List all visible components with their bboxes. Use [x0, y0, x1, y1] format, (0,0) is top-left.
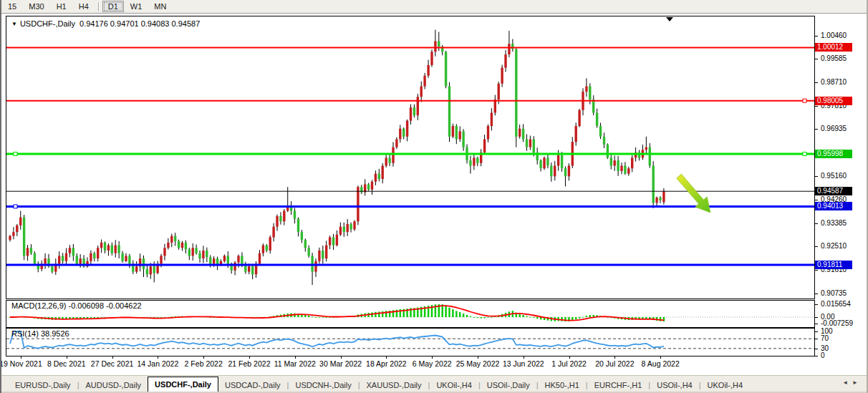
date-label: 19 Nov 2021: [0, 359, 42, 368]
date-label: 21 Feb 2022: [228, 359, 271, 368]
tab-eurchf-h1[interactable]: EURCHF-,H1: [588, 379, 649, 392]
timeframe-button-w1[interactable]: W1: [125, 1, 148, 12]
date-label: 2 Feb 2022: [185, 359, 223, 368]
chart-symbol-label: USDCHF-,Daily: [20, 19, 75, 28]
rsi-label: 0: [821, 351, 825, 359]
macd-label: 0.015654: [821, 300, 851, 308]
macd-tick: [815, 317, 818, 318]
price-tick: [815, 129, 818, 130]
price-tick: [815, 106, 818, 107]
price-level-chip: 0.94587: [815, 187, 852, 195]
date-tick: [614, 356, 615, 359]
timeframe-button-m30[interactable]: M30: [23, 1, 49, 12]
rsi-tick: [815, 349, 818, 349]
price-tick: [815, 176, 818, 177]
date-label: 20 Jul 2022: [595, 359, 634, 368]
date-tick: [249, 356, 250, 359]
price-tick: [815, 223, 818, 224]
tab-hk50-h1[interactable]: HK50-,H1: [539, 379, 586, 392]
dropdown-triangle-icon[interactable]: ▼: [11, 21, 17, 27]
price-level-chip: 1.00012: [815, 43, 852, 52]
toolbar-divider: [98, 2, 100, 11]
date-label: 25 May 2022: [456, 359, 500, 368]
tab-audusd-daily[interactable]: AUDUSD-,Daily: [79, 379, 148, 392]
rsi-tick: [815, 356, 818, 356]
rsi-indicator-label: RSI(14) 38.9526: [11, 329, 69, 338]
price-label: 0.99585: [821, 54, 847, 62]
price-label: 1.00460: [821, 31, 847, 39]
price-tick: [815, 36, 818, 37]
date-label: 30 Mar 2022: [319, 359, 362, 368]
macd-label: -0.007259: [821, 319, 853, 327]
date-axis[interactable]: 19 Nov 20218 Dec 202127 Dec 202114 Jan 2…: [6, 356, 815, 374]
date-tick: [341, 356, 342, 359]
date-tick: [569, 356, 570, 359]
price-label: 0.98710: [821, 78, 847, 86]
price-tick: [815, 200, 818, 200]
date-label: 6 May 2022: [413, 359, 452, 368]
timeframe-button-d1[interactable]: D1: [102, 1, 124, 12]
tab-scroll-arrows: ◄►: [842, 379, 862, 386]
tab-eurusd-daily[interactable]: EURUSD-,Daily: [9, 379, 77, 392]
macd-tick: [815, 324, 818, 324]
price-label: 0.96935: [821, 125, 847, 132]
tab-scroll-left-icon[interactable]: ◄: [842, 379, 852, 386]
tab-ukoil-h4[interactable]: UKOil-,H4: [430, 379, 478, 392]
date-tick: [432, 356, 433, 359]
date-label: 14 Jan 2022: [137, 359, 178, 368]
date-tick: [158, 356, 158, 359]
date-tick: [112, 356, 113, 359]
chart-tab-bar: EURUSD-,Daily|AUDUSD-,DailyUSDCHF-,Daily…: [1, 375, 867, 392]
date-tick: [295, 356, 296, 359]
price-level-chip: 0.98005: [815, 97, 852, 105]
timeframe-button-mn[interactable]: MN: [148, 1, 172, 12]
tab-usdcnh-daily[interactable]: USDCNH-,Daily: [289, 379, 357, 392]
price-level-chip: 0.91811: [815, 261, 852, 269]
tab-usoil-daily[interactable]: USOil-,Daily: [481, 379, 536, 392]
price-tick: [815, 246, 818, 247]
date-label: 11 Mar 2022: [274, 359, 316, 368]
date-tick: [203, 356, 204, 359]
macd-indicator-label: MACD(12,26,9) -0.006098 -0.004622: [11, 301, 142, 310]
price-label: 0.90735: [821, 289, 847, 297]
tab-usoil-h4[interactable]: USOil-,H4: [650, 379, 699, 392]
date-label: 13 Jun 2022: [503, 359, 544, 368]
date-tick: [21, 356, 21, 359]
timeframe-button-15[interactable]: 15: [2, 1, 22, 12]
date-label: 8 Dec 2021: [47, 359, 86, 368]
tab-scroll-right-icon[interactable]: ►: [852, 379, 862, 386]
price-chart-panel[interactable]: [6, 16, 815, 299]
mt4-window: 15M30H1H4D1W1MN ▼USDCHF-,Daily 0.94176 0…: [0, 0, 868, 393]
price-level-chip: 0.94013: [815, 202, 852, 210]
price-axis[interactable]: 1.004600.995850.987100.978100.969350.951…: [815, 16, 868, 356]
rsi-panel[interactable]: [6, 328, 815, 356]
date-label: 8 Aug 2022: [642, 359, 680, 368]
price-tick: [815, 270, 818, 271]
date-tick: [660, 356, 661, 359]
tab-ukoil-h4[interactable]: UKOil-,H4: [701, 379, 750, 392]
date-label: 18 Apr 2022: [366, 359, 407, 368]
rsi-tick: [815, 339, 818, 339]
tab-usdchf-daily[interactable]: USDCHF-,Daily: [148, 377, 218, 392]
macd-tick: [815, 304, 818, 305]
date-tick: [524, 356, 524, 359]
price-tick: [815, 293, 818, 294]
timeframe-button-h4[interactable]: H4: [73, 1, 95, 12]
date-tick: [478, 356, 478, 359]
chart-title: ▼USDCHF-,Daily 0.94176 0.94701 0.94083 0…: [11, 19, 200, 28]
rsi-label: 70: [821, 334, 829, 342]
date-label: 1 Jul 2022: [551, 359, 586, 368]
price-level-chip: 0.95998: [815, 150, 852, 158]
rsi-tick: [815, 331, 818, 332]
price-tick: [815, 82, 818, 83]
chart-ohlc-quote: 0.94176 0.94701 0.94083 0.94587: [79, 19, 200, 28]
timeframe-button-h1[interactable]: H1: [51, 1, 72, 12]
tab-xauusd-daily[interactable]: XAUUSD-,Daily: [360, 379, 428, 392]
price-label: 0.92510: [821, 242, 847, 250]
price-label: 0.93385: [821, 219, 847, 227]
timeframe-toolbar: 15M30H1H4D1W1MN: [1, 0, 867, 14]
price-tick: [815, 59, 818, 59]
date-tick: [67, 356, 67, 359]
date-tick: [386, 356, 387, 359]
tab-usdcad-daily[interactable]: USDCAD-,Daily: [218, 379, 287, 392]
